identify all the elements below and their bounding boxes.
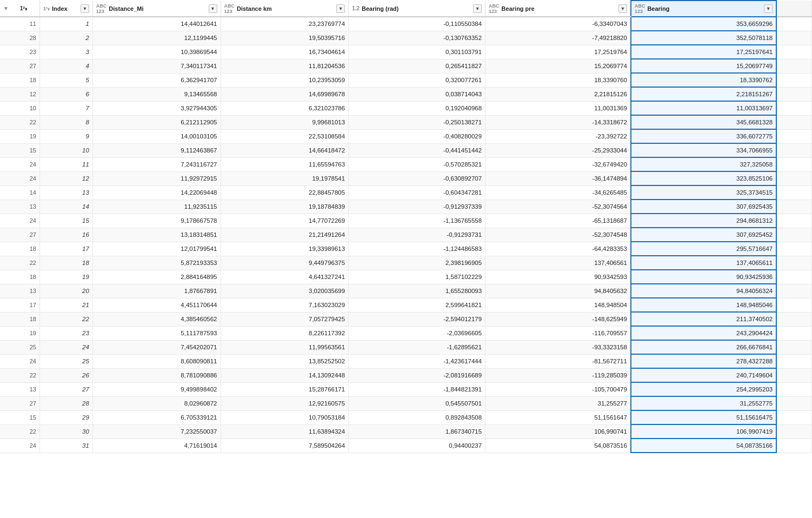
- table-cell: 3,927944305: [92, 101, 221, 115]
- table-cell: 353,6659296: [631, 17, 776, 31]
- table-cell: 10: [0, 101, 39, 115]
- table-cell: [776, 143, 811, 157]
- data-table-container: ▼ 1²₃ 1²₃ Index ▼ ABC123 Distance_Mi: [0, 0, 812, 518]
- table-cell: 11,92972915: [92, 171, 221, 185]
- table-cell: 14,66418472: [221, 143, 349, 157]
- bearing-rad-filter-btn[interactable]: ▼: [473, 4, 482, 13]
- table-cell: 22: [39, 312, 92, 326]
- table-row: 22268,78109088614,13092448-2,081916689-1…: [0, 368, 812, 382]
- table-cell: -0,130763352: [349, 31, 485, 45]
- table-cell: 30: [39, 424, 92, 439]
- table-cell: 0,545507501: [349, 396, 485, 410]
- table-cell: -25,2933044: [485, 143, 631, 157]
- table-cell: [776, 101, 811, 115]
- col-header-bearing-rad: 1.2 Bearing (rad) ▼: [349, 1, 485, 17]
- table-cell: 148,9485046: [631, 298, 776, 312]
- table-cell: [776, 87, 811, 101]
- table-cell: 14,77072269: [221, 214, 349, 228]
- table-cell: [776, 382, 811, 396]
- table-row: 15296,70533912110,790531840,89284350851,…: [0, 410, 812, 424]
- col-bearing-rad-label: Bearing (rad): [362, 5, 471, 12]
- col-header-distance-mi: ABC123 Distance_Mi ▼: [92, 1, 221, 17]
- table-cell: -119,285039: [485, 368, 631, 382]
- table-cell: 7,057279425: [221, 312, 349, 326]
- table-cell: 13: [0, 200, 39, 214]
- table-cell: -81,5672711: [485, 354, 631, 368]
- table-cell: -2,081916689: [349, 368, 485, 382]
- table-cell: -32,6749420: [485, 157, 631, 171]
- bearing-filter-btn[interactable]: ▼: [764, 4, 773, 13]
- table-cell: 24: [0, 157, 39, 171]
- table-cell: -0,110550384: [349, 17, 485, 31]
- table-cell: 28: [0, 31, 39, 45]
- table-cell: 11,00313697: [631, 101, 776, 115]
- table-cell: -2,594012179: [349, 312, 485, 326]
- bearing-pre-filter-btn[interactable]: ▼: [618, 4, 627, 13]
- table-cell: 325,3734515: [631, 185, 776, 200]
- table-cell: 0,038714043: [349, 87, 485, 101]
- table-row: 1073,9279443056,3210237860,19204096811,0…: [0, 101, 812, 115]
- table-row: 24159,17866757814,77072269-1,136765558-6…: [0, 214, 812, 228]
- table-cell: -1,62895621: [349, 340, 485, 354]
- table-cell: 16: [39, 228, 92, 242]
- table-cell: 10: [39, 143, 92, 157]
- table-cell: -0,570285321: [349, 157, 485, 171]
- table-row: 22307,23255003711,638943241,867340715106…: [0, 424, 812, 439]
- table-row: 15109,11246386714,66418472-0,441451442-2…: [0, 143, 812, 157]
- dist-mi-filter-btn[interactable]: ▼: [209, 4, 217, 13]
- table-row: 28212,119944519,50395716-0,130763352-7,4…: [0, 31, 812, 45]
- dist-mi-type-icon: ABC123: [96, 3, 107, 14]
- table-cell: 6,321023786: [221, 101, 349, 115]
- table-cell: 13,85252502: [221, 354, 349, 368]
- table-cell: -6,33407043: [485, 17, 631, 31]
- table-cell: 25: [39, 354, 92, 368]
- table-row: 19235,1117875938,226117392-2,03696605-11…: [0, 326, 812, 340]
- table-cell: 22: [0, 256, 39, 270]
- table-cell: [776, 115, 811, 129]
- table-cell: -14,3318672: [485, 115, 631, 129]
- table-row: 17214,4511706447,1630230292,599641821148…: [0, 298, 812, 312]
- table-cell: 8,781090886: [92, 368, 221, 382]
- table-cell: 0,892843508: [349, 410, 485, 424]
- table-cell: 18,3390760: [485, 73, 631, 87]
- table-cell: 94,84056324: [631, 284, 776, 298]
- table-cell: 22: [0, 368, 39, 382]
- table-cell: 19: [0, 129, 39, 143]
- table-cell: 345,6681328: [631, 115, 776, 129]
- table-cell: 307,6925435: [631, 200, 776, 214]
- table-cell: 13: [0, 382, 39, 396]
- table-cell: 10,39869544: [92, 45, 221, 59]
- table-cell: -148,625949: [485, 312, 631, 326]
- table-cell: [776, 185, 811, 200]
- table-cell: 254,2995203: [631, 382, 776, 396]
- table-cell: 19: [39, 270, 92, 284]
- table-cell: 19,18784839: [221, 200, 349, 214]
- table-cell: -64,4283353: [485, 242, 631, 256]
- table-cell: [776, 73, 811, 87]
- table-cell: 0,265411827: [349, 59, 485, 73]
- table-cell: 13: [39, 185, 92, 200]
- table-cell: 211,3740502: [631, 312, 776, 326]
- table-cell: 4,451170644: [92, 298, 221, 312]
- dist-km-filter-btn[interactable]: ▼: [336, 4, 345, 13]
- table-cell: 24: [39, 340, 92, 354]
- table-cell: 18: [0, 73, 39, 87]
- table-cell: 8,02960872: [92, 396, 221, 410]
- table-cell: 4: [39, 59, 92, 73]
- table-cell: 9,178667578: [92, 214, 221, 228]
- table-cell: 137,406561: [485, 256, 631, 270]
- table-cell: 18,3390762: [631, 73, 776, 87]
- table-cell: 1,87667891: [92, 284, 221, 298]
- table-cell: 21,21491264: [221, 228, 349, 242]
- table-cell: -0,250138271: [349, 115, 485, 129]
- table-cell: 24: [0, 354, 39, 368]
- table-cell: 10,79053184: [221, 410, 349, 424]
- table-cell: 336,6072775: [631, 129, 776, 143]
- table-cell: 22: [0, 424, 39, 439]
- table-cell: 4,641327241: [221, 270, 349, 284]
- table-cell: 27: [0, 396, 39, 410]
- table-cell: 11,0031369: [485, 101, 631, 115]
- table-cell: [776, 59, 811, 73]
- table-cell: 15,20697749: [631, 59, 776, 73]
- index-filter-btn[interactable]: ▼: [81, 4, 89, 13]
